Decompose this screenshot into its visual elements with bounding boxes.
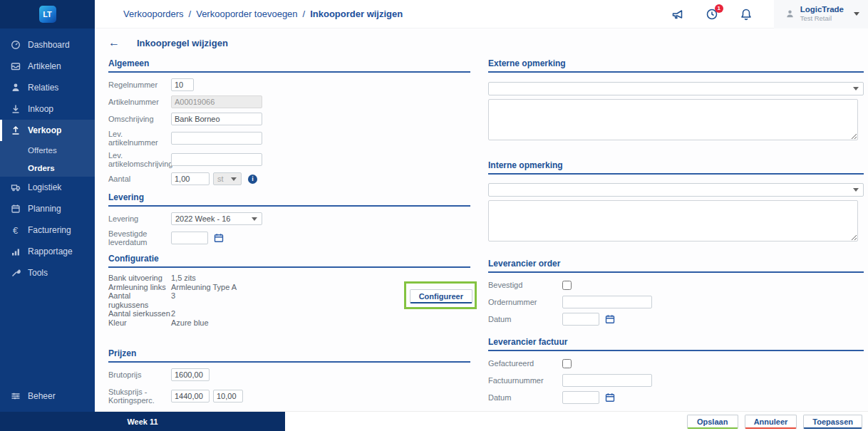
section-externe-opmerking: Externe opmerking — [488, 58, 864, 143]
section-title: Levering — [108, 192, 470, 207]
sidebar-nav: Dashboard Artikelen Relaties Inkoop — [0, 28, 95, 284]
megaphone-icon[interactable] — [671, 8, 684, 21]
section-leverancier-order: Leverancier order Bevestigd Ordernummer … — [488, 259, 864, 326]
factuurnummer-input[interactable] — [562, 374, 652, 387]
breadcrumb-current: Inkooporder wijzigen — [310, 9, 403, 19]
regelnummer-label: Regelnummer — [108, 81, 171, 89]
levering-select[interactable]: 2022 Week - 16 — [171, 212, 262, 225]
sidebar-item-facturering[interactable]: € Facturering — [0, 219, 95, 241]
brutoprijs-input[interactable] — [171, 368, 210, 381]
breadcrumb-link-verkooporder-toevoegen[interactable]: Verkooporder toevoegen — [196, 9, 297, 19]
regelnummer-input[interactable] — [171, 78, 194, 91]
order-datum-label: Datum — [488, 315, 562, 323]
lev-artikelnummer-label: Lev. artikelnummer — [108, 130, 171, 147]
notification-badge: 1 — [715, 4, 723, 13]
history-clock-icon[interactable]: 1 — [706, 8, 718, 21]
sidebar-item-dashboard[interactable]: Dashboard — [0, 34, 95, 56]
chevron-down-icon — [252, 217, 257, 221]
eenheid-value: st — [217, 175, 224, 183]
bevestigde-leverdatum-input[interactable] — [171, 232, 208, 244]
lev-artikelomschrijving-input[interactable] — [171, 153, 262, 166]
interne-opmerking-textarea[interactable] — [488, 200, 858, 242]
breadcrumb-link-verkooporders[interactable]: Verkooporders — [123, 9, 184, 19]
sidebar-item-relaties[interactable]: Relaties — [0, 77, 95, 98]
ordernummer-input[interactable] — [562, 296, 652, 308]
config-label: Armleuning links — [108, 283, 171, 292]
calendar-icon[interactable] — [605, 314, 615, 324]
externe-opmerking-textarea[interactable] — [488, 99, 858, 140]
bevestigd-label: Bevestigd — [488, 281, 562, 289]
user-menu[interactable]: LogicTrade Test Retail — [774, 0, 868, 28]
form-columns: Algemeen Regelnummer Artikelnummer Omsch… — [108, 58, 864, 411]
ordernummer-label: Ordernummer — [488, 298, 562, 306]
sidebar: LT Dashboard Artikelen Relaties — [0, 0, 95, 431]
config-label: Aantal rugkussens — [108, 291, 171, 309]
kortingsperc-input[interactable] — [213, 390, 243, 403]
sidebar-item-label: Verkoop — [28, 125, 61, 135]
sidebar-item-beheer[interactable]: Beheer — [0, 385, 95, 407]
config-value: Armleuning Type A — [171, 283, 237, 292]
sidebar-item-logistiek[interactable]: Logistiek — [0, 177, 95, 198]
back-arrow-icon[interactable]: ← — [108, 37, 120, 48]
sidebar-item-label: Artikelen — [28, 61, 61, 71]
factuur-datum-input[interactable] — [562, 391, 599, 404]
bell-icon[interactable] — [740, 8, 753, 21]
upload-arrow-icon — [10, 125, 21, 135]
aantal-label: Aantal — [108, 175, 171, 183]
config-label: Bank uitvoering — [108, 274, 171, 283]
section-configuratie: Configuratie Bank uitvoering1,5 zits Arm… — [108, 254, 470, 327]
stuksprijs-label: Stuksprijs - Kortingsperc. — [108, 388, 171, 405]
brutoprijs-label: Brutoprijs — [108, 370, 171, 379]
stuksprijs-input[interactable] — [171, 390, 210, 403]
page-content: ← Inkoopregel wijzigen Algemeen Regelnum… — [95, 28, 868, 411]
factuurnummer-label: Factuurnummer — [488, 376, 562, 385]
configureer-button[interactable]: Configureer — [410, 289, 472, 303]
calendar-icon[interactable] — [214, 233, 224, 243]
config-value: 3 — [171, 291, 175, 309]
sidebar-item-label: Rapportage — [28, 246, 73, 256]
sidebar-item-inkoop[interactable]: Inkoop — [0, 98, 95, 120]
order-datum-input[interactable] — [562, 313, 599, 326]
section-leverancier-factuur: Leverancier factuur Gefactureerd Factuur… — [488, 337, 864, 404]
app-logo[interactable]: LT — [39, 6, 56, 23]
sidebar-item-planning[interactable]: Planning — [0, 198, 95, 219]
sidebar-item-tools[interactable]: Tools — [0, 262, 95, 284]
info-icon[interactable]: i — [248, 175, 257, 184]
sidebar-item-verkoop[interactable]: Verkoop — [0, 120, 95, 141]
calendar-icon[interactable] — [605, 393, 615, 403]
breadcrumb: Verkooporders / Verkooporder toevoegen /… — [123, 9, 403, 19]
sidebar-item-label: Beheer — [28, 391, 56, 401]
bar-chart-icon — [10, 246, 21, 256]
breadcrumb-separator: / — [189, 9, 192, 19]
gefactureerd-checkbox[interactable] — [562, 359, 572, 368]
section-title: Leverancier order — [488, 259, 864, 273]
person-icon — [10, 83, 21, 93]
sidebar-item-artikelen[interactable]: Artikelen — [0, 56, 95, 77]
opslaan-button[interactable]: Opslaan — [687, 415, 738, 429]
lev-artikelomschrijving-label: Lev. artikelomschrijving — [108, 151, 171, 168]
externe-opmerking-select[interactable] — [488, 82, 864, 95]
lev-artikelnummer-input[interactable] — [171, 132, 262, 145]
sidebar-item-label: Relaties — [28, 83, 58, 93]
sidebar-subitem-offertes[interactable]: Offertes — [0, 141, 95, 159]
sidebar-item-label: Planning — [28, 204, 61, 214]
sidebar-subitem-orders[interactable]: Orders — [0, 159, 95, 177]
chevron-down-icon — [853, 87, 859, 90]
sliders-icon — [10, 391, 21, 401]
aantal-input[interactable] — [171, 172, 210, 185]
chevron-down-icon — [853, 188, 859, 192]
download-arrow-icon — [10, 104, 21, 114]
eenheid-select: st — [213, 172, 242, 185]
sidebar-item-label: Dashboard — [28, 40, 70, 50]
config-label: Kleur — [108, 318, 171, 328]
sidebar-item-rapportage[interactable]: Rapportage — [0, 241, 95, 262]
interne-opmerking-select[interactable] — [488, 183, 864, 197]
omschrijving-input[interactable] — [171, 113, 262, 125]
bevestigd-checkbox[interactable] — [562, 281, 572, 290]
section-interne-opmerking: Interne opmerking — [488, 160, 864, 245]
truck-icon — [10, 182, 21, 192]
click-annotation-box: Configureer — [404, 281, 477, 309]
sidebar-item-label: Tools — [28, 268, 48, 278]
toepassen-button[interactable]: Toepassen — [803, 415, 862, 429]
annuleer-button[interactable]: Annuleer — [745, 415, 797, 429]
